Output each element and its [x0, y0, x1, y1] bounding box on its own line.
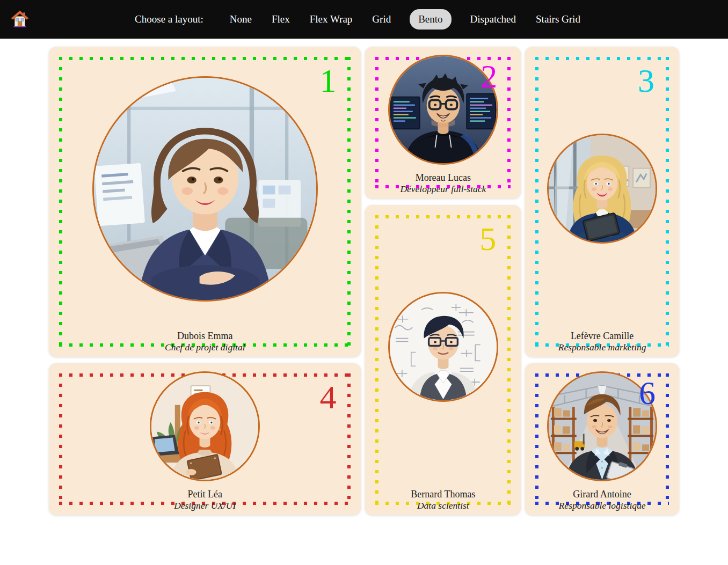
- member-name: Girard Antoine: [573, 489, 631, 500]
- nav-item-stairs-grid[interactable]: Stairs Grid: [535, 9, 581, 30]
- avatar-thomas: [388, 292, 498, 402]
- nav-label: Choose a layout:: [135, 13, 203, 25]
- top-nav-bar: Choose a layout: None Flex Flex Wrap Gri…: [0, 0, 728, 39]
- nav-item-dispatched[interactable]: Dispatched: [469, 9, 517, 30]
- nav-item-bento[interactable]: Bento: [410, 9, 451, 30]
- data-scientist-illustration: [390, 293, 497, 400]
- team-card-5: 5: [365, 205, 521, 515]
- layout-nav: Choose a layout: None Flex Flex Wrap Gri…: [30, 9, 686, 30]
- home-logo-icon[interactable]: [10, 9, 30, 30]
- photo-zone: [365, 47, 521, 172]
- team-card-2: 2: [365, 47, 521, 199]
- member-name: Lefèvre Camille: [571, 331, 634, 342]
- team-card-6: 6: [525, 363, 679, 515]
- designer-illustration: [151, 373, 258, 480]
- house-icon: [10, 9, 30, 30]
- nav-item-grid[interactable]: Grid: [371, 9, 392, 30]
- nav-item-flex[interactable]: Flex: [271, 9, 291, 30]
- woman-office-illustration: [94, 78, 316, 300]
- member-role: Responsable marketing: [558, 342, 646, 357]
- member-name: Bernard Thomas: [411, 489, 475, 500]
- member-role: Chef de projet digital: [165, 342, 245, 357]
- nav-item-none[interactable]: None: [229, 9, 253, 30]
- team-card-3: 3: [525, 47, 679, 357]
- member-role: Designer UX/UI: [174, 500, 236, 515]
- nav-item-flex-wrap[interactable]: Flex Wrap: [309, 9, 354, 30]
- member-name: Moreau Lucas: [416, 172, 471, 184]
- team-card-1: 1: [49, 47, 361, 357]
- card-number: 6: [639, 376, 656, 409]
- photo-zone: [525, 47, 679, 331]
- team-card-4: 4: [49, 363, 361, 515]
- member-role: Data scientist: [417, 500, 469, 515]
- member-role: Responsable logistique: [559, 500, 646, 515]
- card-number: 5: [479, 222, 496, 255]
- member-name: Petit Léa: [188, 489, 222, 500]
- photo-zone: [365, 205, 521, 489]
- photo-zone: [49, 47, 361, 331]
- card-number: 1: [319, 64, 336, 97]
- card-number: 3: [638, 64, 654, 97]
- avatar-camille: [547, 134, 657, 244]
- photo-zone: [49, 363, 361, 489]
- photo-zone: [525, 363, 679, 489]
- bento-grid: 1: [49, 47, 679, 515]
- card-number: 2: [481, 60, 497, 93]
- member-name: Dubois Emma: [177, 331, 233, 342]
- card-number: 4: [319, 380, 336, 414]
- avatar-lea: [150, 371, 260, 481]
- marketing-manager-illustration: [549, 135, 656, 242]
- avatar-emma: [92, 76, 318, 302]
- member-role: Développeur full-stack: [400, 184, 486, 199]
